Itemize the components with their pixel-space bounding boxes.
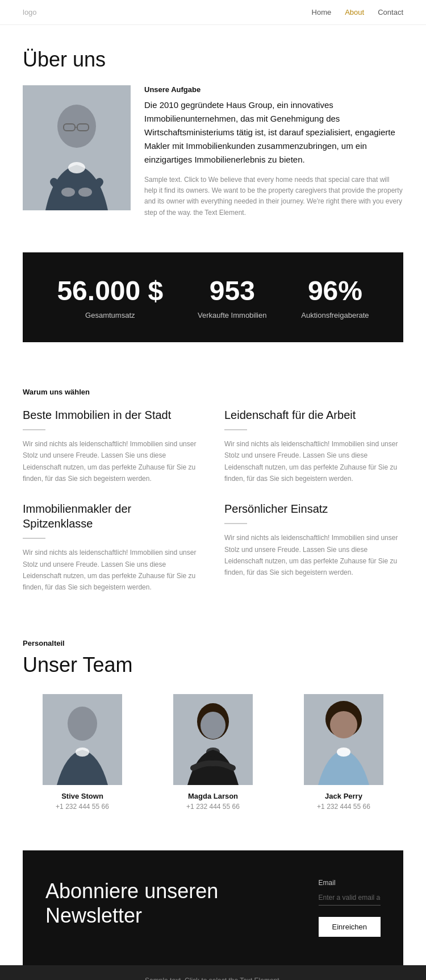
mission-label: Unsere Aufgabe (144, 85, 403, 94)
team-member-2: Magda Larson +1 232 444 55 66 (153, 694, 273, 811)
why-item-4-title: Persönlicher Einsatz (224, 501, 403, 516)
svg-point-5 (68, 162, 85, 173)
newsletter-right: Email Einreichen (319, 879, 381, 937)
stat-revenue-label: Gesamtumsatz (57, 311, 163, 319)
why-item-1-divider (23, 429, 45, 430)
team-member-3: Jack Perry +1 232 444 55 66 (284, 694, 403, 811)
why-item-4: Persönlicher Einsatz Wir sind nichts als… (224, 501, 403, 593)
why-item-3-divider (23, 538, 45, 539)
svg-point-13 (201, 712, 225, 739)
why-label: Warum uns wählen (23, 388, 403, 396)
nav-home[interactable]: Home (312, 8, 332, 16)
stats-banner: 56.000 $ Gesamtumsatz 953 Verkaufte Immo… (23, 252, 403, 342)
team-phone-2: +1 232 444 55 66 (153, 803, 273, 811)
svg-point-9 (68, 707, 97, 741)
svg-point-6 (61, 188, 75, 197)
email-label: Email (319, 879, 381, 887)
page-title: Über uns (23, 48, 403, 72)
why-item-3-title: Immobilienmakler der Spitzenklasse (23, 501, 202, 531)
navbar: logo Home About Contact (0, 0, 426, 25)
team-title: Unser Team (23, 653, 403, 677)
team-phone-1: +1 232 444 55 66 (23, 803, 142, 811)
stat-sold-label: Verkaufte Immobilien (198, 311, 266, 319)
why-item-4-divider (224, 523, 247, 524)
nav-contact[interactable]: Contact (378, 8, 403, 16)
team-phone-3: +1 232 444 55 66 (284, 803, 403, 811)
stat-rate-label: Auktionsfreigaberate (301, 311, 369, 319)
footer-text: Sample text. Click to select the Text El… (145, 977, 281, 980)
why-item-1-text: Wir sind nichts als leidenschaftlich! Im… (23, 438, 202, 485)
mission-headline: Die 2010 gegründete Haus Group, ein inno… (144, 98, 403, 167)
stat-sold-number: 953 (198, 275, 266, 306)
why-item-3: Immobilienmakler der Spitzenklasse Wir s… (23, 501, 202, 593)
hero-image (23, 85, 131, 210)
newsletter-left: Abonniere unseren Newsletter (45, 879, 285, 928)
team-name-1: Stive Stown (23, 792, 142, 800)
team-photo-2 (173, 694, 253, 785)
nav-links: Home About Contact (312, 8, 403, 16)
team-photo-1 (43, 694, 122, 785)
why-item-2-title: Leidenschaft für die Arbeit (224, 408, 403, 422)
team-member-1: Stive Stown +1 232 444 55 66 (23, 694, 142, 811)
why-item-1-title: Beste Immobilien in der Stadt (23, 408, 202, 422)
why-item-2: Leidenschaft für die Arbeit Wir sind nic… (224, 408, 403, 485)
team-section: Personalteil Unser Team Stive Stown +1 2… (0, 611, 426, 828)
stat-revenue-number: 56.000 $ (57, 275, 163, 306)
team-photo-3 (304, 694, 383, 785)
svg-point-10 (76, 748, 89, 757)
email-input[interactable] (319, 890, 381, 906)
team-label: Personalteil (23, 639, 403, 647)
why-grid: Beste Immobilien in der Stadt Wir sind n… (23, 408, 403, 593)
svg-point-18 (337, 748, 350, 757)
team-grid: Stive Stown +1 232 444 55 66 (23, 694, 403, 811)
stat-sold: 953 Verkaufte Immobilien (198, 275, 266, 319)
team-name-2: Magda Larson (153, 792, 273, 800)
svg-point-14 (206, 748, 220, 757)
mission-subtext: Sample text. Click to We believe that ev… (144, 175, 403, 218)
about-section: Über uns (0, 25, 426, 235)
logo: logo (23, 8, 37, 16)
submit-button[interactable]: Einreichen (319, 917, 381, 937)
footer: Sample text. Click to select the Text El… (0, 965, 426, 980)
svg-point-17 (330, 711, 357, 738)
newsletter-section: Abonniere unseren Newsletter Email Einre… (23, 850, 403, 965)
why-section: Warum uns wählen Beste Immobilien in der… (0, 359, 426, 611)
why-item-3-text: Wir sind nichts als leidenschaftlich! Im… (23, 547, 202, 593)
nav-about[interactable]: About (345, 8, 364, 16)
team-name-3: Jack Perry (284, 792, 403, 800)
why-item-2-divider (224, 429, 247, 430)
why-item-1: Beste Immobilien in der Stadt Wir sind n… (23, 408, 202, 485)
newsletter-title: Abonniere unseren Newsletter (45, 879, 285, 928)
why-item-4-text: Wir sind nichts als leidenschaftlich! Im… (224, 532, 403, 579)
why-item-2-text: Wir sind nichts als leidenschaftlich! Im… (224, 438, 403, 485)
stat-rate-number: 96% (301, 275, 369, 306)
svg-point-7 (78, 188, 92, 197)
stat-rate: 96% Auktionsfreigaberate (301, 275, 369, 319)
stat-revenue: 56.000 $ Gesamtumsatz (57, 275, 163, 319)
